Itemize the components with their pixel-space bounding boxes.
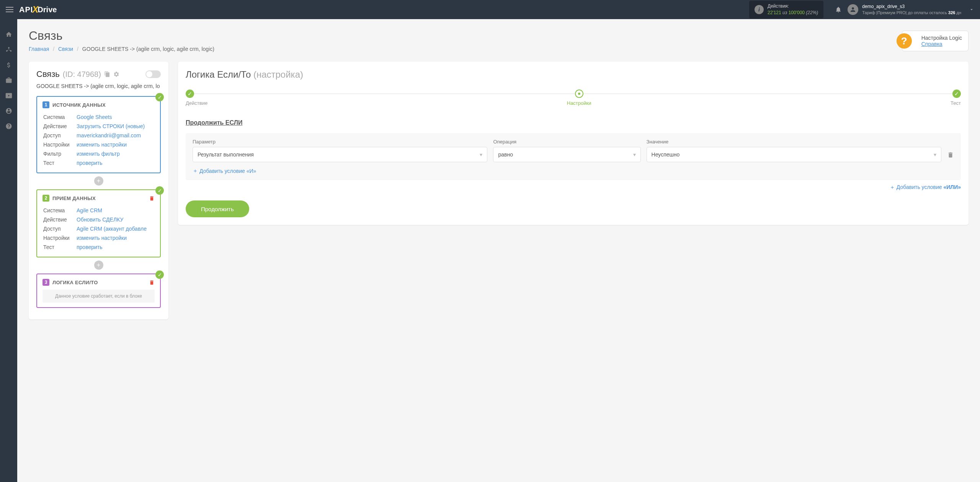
chevron-down-icon: ▾: [633, 151, 636, 158]
add-step-button[interactable]: +: [94, 261, 103, 270]
sidebar-billing[interactable]: [0, 57, 17, 73]
chevron-down-icon: ▾: [934, 151, 936, 158]
connection-toggle[interactable]: [145, 70, 161, 78]
section-continue-if: Продолжить ЕСЛИ: [186, 119, 961, 126]
sidebar-help[interactable]: [0, 119, 17, 134]
topbar: APIXDrive i Действия: 22'121 из 100'000 …: [0, 0, 980, 19]
notifications-icon[interactable]: [835, 6, 842, 13]
dest-settings[interactable]: изменить настройки: [77, 235, 127, 241]
logo[interactable]: APIXDrive: [19, 4, 57, 15]
avatar-icon: [848, 4, 858, 15]
step-number: 2: [42, 195, 49, 202]
trash-icon[interactable]: [149, 195, 155, 201]
source-filter[interactable]: изменить фильтр: [77, 151, 120, 157]
stepper-action[interactable]: ✓ Действие: [186, 90, 207, 106]
help-panel: ? Настройка Logic Справка: [902, 31, 969, 51]
breadcrumb-links[interactable]: Связи: [58, 46, 73, 52]
label-parameter: Параметр: [193, 139, 487, 145]
source-test[interactable]: проверить: [77, 160, 103, 166]
progress-stepper: ✓ Действие Настройки ✓ Тест: [186, 90, 961, 106]
gear-icon[interactable]: [113, 71, 119, 77]
add-step-button[interactable]: +: [94, 176, 103, 186]
step-number: 3: [42, 279, 49, 286]
sidebar-video[interactable]: [0, 88, 17, 103]
add-or-condition[interactable]: ＋ Добавить условие «ИЛИ»: [186, 184, 961, 191]
help-title: Настройка Logic: [921, 35, 962, 41]
trash-icon[interactable]: [149, 280, 155, 285]
select-parameter[interactable]: Результат выполнения ▾: [193, 147, 487, 162]
stepper-test[interactable]: ✓ Тест: [951, 90, 961, 106]
step-logic[interactable]: ✓ 3 ЛОГИКА ЕСЛИ/ТО Данное условие сработ…: [36, 274, 161, 308]
sidebar-profile[interactable]: [0, 103, 17, 119]
page-title: Связь: [29, 29, 969, 43]
actions-used: 22'121: [768, 10, 781, 15]
add-and-condition[interactable]: ＋Добавить условие «И»: [193, 168, 256, 174]
breadcrumb-current: GOOGLE SHEETS -> (agile crm, logic, agil…: [82, 46, 214, 52]
select-operation[interactable]: равно ▾: [493, 147, 640, 162]
user-menu[interactable]: demo_apix_drive_s3 Тариф |Премиум PRO| д…: [848, 3, 961, 16]
help-icon[interactable]: ?: [897, 33, 912, 49]
breadcrumb-home[interactable]: Главная: [29, 46, 49, 52]
check-icon: ✓: [155, 186, 164, 195]
source-system[interactable]: Google Sheets: [77, 114, 112, 120]
source-access[interactable]: maverickandrii@gmail.com: [77, 132, 141, 138]
step-source[interactable]: ✓ 1 ИСТОЧНИК ДАННЫХ СистемаGoogle Sheets…: [36, 96, 161, 173]
source-action[interactable]: Загрузить СТРОКИ (новые): [77, 123, 145, 129]
stepper-settings[interactable]: Настройки: [567, 90, 591, 106]
step-title-text: ИСТОЧНИК ДАННЫХ: [52, 102, 106, 108]
connection-id: (ID: 47968): [63, 70, 101, 79]
step-title-text: ПРИЕМ ДАННЫХ: [52, 195, 96, 201]
info-icon: i: [755, 5, 764, 14]
connection-title: Связь: [36, 69, 60, 79]
step-destination[interactable]: ✓ 2 ПРИЕМ ДАННЫХ СистемаAgile CRM Действ…: [36, 189, 161, 257]
actions-total: 100'000: [789, 10, 805, 15]
dest-access[interactable]: Agile CRM (аккаунт добавле: [77, 226, 147, 232]
label-operation: Операция: [493, 139, 640, 145]
tariff-info: Тариф |Премиум PRO| до оплаты осталось 3…: [862, 10, 961, 16]
dest-action[interactable]: Обновить СДЕЛКУ: [77, 217, 123, 223]
chevron-down-icon: ▾: [480, 151, 482, 158]
source-settings[interactable]: изменить настройки: [77, 142, 127, 148]
sidebar: [0, 19, 17, 482]
actions-pct: (22%): [806, 10, 818, 15]
menu-toggle[interactable]: [6, 5, 13, 14]
step-number: 1: [42, 101, 49, 108]
continue-button[interactable]: Продолжить: [186, 200, 249, 217]
help-link[interactable]: Справка: [921, 41, 942, 47]
select-value[interactable]: Неуспешно ▾: [647, 147, 941, 162]
logic-note: Данное условие сработает, если в блоке: [42, 290, 155, 303]
logic-panel-title: Логика Если/То (настройка): [186, 69, 961, 80]
connection-name: GOOGLE SHEETS -> (agile crm, logic, agil…: [36, 83, 161, 89]
breadcrumb: Главная / Связи / GOOGLE SHEETS -> (agil…: [29, 46, 969, 52]
chevron-down-icon[interactable]: [969, 7, 974, 12]
condition-row: Параметр Результат выполнения ▾ Операция…: [186, 133, 961, 180]
sidebar-home[interactable]: [0, 27, 17, 42]
user-name: demo_apix_drive_s3: [862, 3, 961, 10]
label-value: Значение: [647, 139, 941, 145]
check-icon: ✓: [155, 93, 164, 101]
dest-test[interactable]: проверить: [77, 244, 103, 250]
copy-icon[interactable]: [104, 71, 110, 77]
delete-condition-button[interactable]: [947, 151, 954, 162]
check-icon: ✓: [155, 270, 164, 279]
actions-label: Действия:: [768, 3, 818, 10]
sidebar-connections[interactable]: [0, 42, 17, 57]
step-title-text: ЛОГИКА ЕСЛИ/ТО: [52, 280, 98, 285]
sidebar-briefcase[interactable]: [0, 73, 17, 88]
dest-system[interactable]: Agile CRM: [77, 207, 102, 213]
svg-point-0: [8, 47, 10, 49]
actions-counter[interactable]: i Действия: 22'121 из 100'000 (22%): [749, 1, 823, 18]
actions-of: из: [782, 10, 787, 15]
